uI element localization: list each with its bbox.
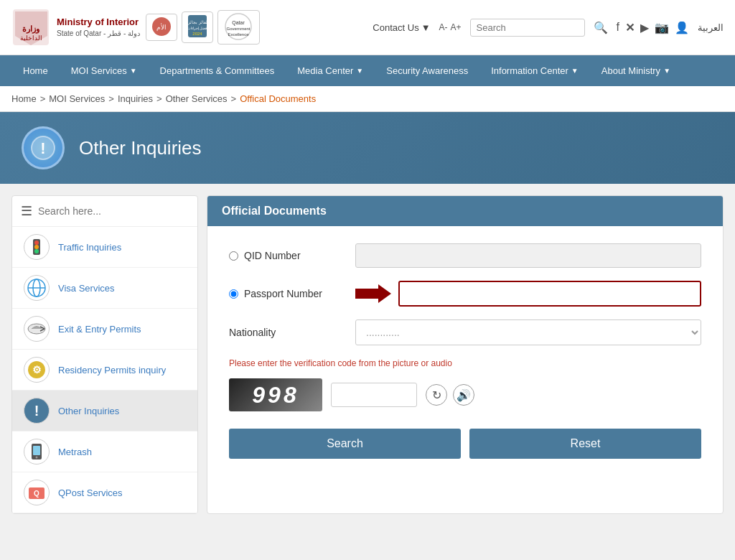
moi-emblem-icon: وزارة الداخلية: [11, 6, 51, 49]
svg-text:⚙: ⚙: [32, 364, 42, 375]
breadcrumb-moi-services[interactable]: MOI Services: [49, 93, 105, 104]
font-increase-button[interactable]: A+: [451, 22, 462, 32]
captcha-refresh-button[interactable]: ↻: [426, 384, 447, 406]
contact-button[interactable]: Contact Us ▼: [373, 22, 430, 33]
residency-icon: ⚙: [24, 357, 50, 383]
captcha-input[interactable]: [331, 383, 417, 407]
svg-marker-35: [355, 284, 391, 303]
nav-departments[interactable]: Departments & Committees: [149, 55, 286, 86]
captcha-row: 998 ↻ 🔊: [229, 378, 701, 411]
nav-about[interactable]: About Ministry ▼: [590, 55, 682, 86]
breadcrumb-other-services[interactable]: Other Services: [166, 93, 228, 104]
svg-rect-31: [33, 446, 40, 455]
youtube-icon[interactable]: ▶: [640, 21, 649, 34]
svg-point-17: [34, 241, 39, 245]
badge-3: Qatar Government Excellence: [217, 10, 260, 45]
arabic-language-button[interactable]: العربية: [698, 22, 724, 33]
social-icons: f ✕ ▶ 📷 👤: [617, 21, 689, 34]
qid-radio[interactable]: [229, 251, 238, 261]
svg-text:Qatar: Qatar: [232, 20, 245, 26]
passport-row: Passport Number: [229, 281, 701, 307]
svg-text:وزارة: وزارة: [22, 24, 39, 34]
svg-text:!: !: [40, 139, 45, 157]
nationality-select[interactable]: ............: [355, 319, 701, 345]
action-buttons: Search Reset: [229, 429, 701, 459]
twitter-icon[interactable]: ✕: [625, 21, 635, 34]
breadcrumb-home[interactable]: Home: [11, 93, 37, 104]
traffic-icon: [24, 234, 50, 260]
nav-moi-services[interactable]: MOI Services ▼: [60, 55, 149, 86]
visa-icon: [24, 275, 50, 301]
sidebar-item-qpost-services[interactable]: Q QPost Services: [12, 472, 197, 513]
sidebar-search-area: ☰: [12, 196, 197, 227]
form-header: Official Documents: [207, 196, 723, 226]
sidebar-item-exit-entry-permits[interactable]: Exit & Entry Permits: [12, 309, 197, 350]
sidebar-item-traffic-inquiries[interactable]: Traffic Inquiries: [12, 227, 197, 268]
ministry-text: Ministry of Interior State of Qatar - دو…: [57, 17, 140, 38]
other-inquiries-icon: !: [24, 398, 50, 424]
nationality-row: Nationality ............: [229, 319, 701, 345]
reset-button[interactable]: Reset: [469, 429, 701, 459]
form-body: QID Number Passport Number: [207, 226, 723, 476]
search-input[interactable]: [470, 19, 585, 37]
qid-input[interactable]: [355, 243, 701, 268]
qid-label: QID Number: [229, 250, 344, 261]
facebook-icon[interactable]: f: [617, 21, 619, 34]
nationality-label: Nationality: [229, 327, 344, 338]
svg-text:2024: 2024: [192, 32, 202, 36]
badge-2: الفائز بجائزة أفضل إجراءات 2024: [182, 11, 213, 43]
logo-badges: الأم الفائز بجائزة أفضل إجراءات 2024 Qat…: [146, 10, 260, 45]
nav-home[interactable]: Home: [11, 55, 60, 86]
page-banner: ! Other Inquiries: [0, 112, 735, 184]
menu-icon[interactable]: ☰: [21, 203, 32, 219]
captcha-image: 998: [229, 378, 322, 411]
qid-row: QID Number: [229, 243, 701, 268]
right-arrow-icon: [355, 283, 391, 304]
nav-media-arrow-icon: ▼: [356, 67, 363, 75]
dropdown-arrow-icon: ▼: [421, 22, 431, 33]
instagram-icon[interactable]: 📷: [655, 21, 669, 34]
nav-info-arrow-icon: ▼: [571, 67, 579, 75]
logo-area: وزارة الداخلية Ministry of Interior Stat…: [11, 6, 260, 49]
banner-icon: !: [22, 126, 65, 169]
form-panel: Official Documents QID Number Passport N…: [207, 195, 724, 514]
passport-arrow-indicator: [355, 283, 391, 304]
header-right: Contact Us ▼ A- A+ 🔍 f ✕ ▶ 📷 👤 العربية: [373, 19, 724, 37]
sidebar-item-metrash[interactable]: Metrash: [12, 431, 197, 472]
passport-radio[interactable]: [229, 289, 238, 299]
sidebar-item-residency-permits[interactable]: ⚙ Residency Permits inquiry: [12, 350, 197, 391]
top-header: وزارة الداخلية Ministry of Interior Stat…: [0, 0, 735, 55]
svg-text:الداخلية: الداخلية: [20, 34, 42, 42]
badge-1: الأم: [146, 14, 177, 42]
font-controls: A- A+: [439, 22, 462, 32]
svg-text:Q: Q: [34, 490, 39, 498]
breadcrumb-inquiries[interactable]: Inquiries: [118, 93, 153, 104]
svg-text:أفضل إجراءات: أفضل إجراءات: [187, 25, 208, 31]
profile-icon[interactable]: 👤: [675, 21, 689, 34]
nav-security[interactable]: Security Awareness: [375, 55, 479, 86]
font-decrease-button[interactable]: A-: [439, 22, 448, 32]
search-icon[interactable]: 🔍: [594, 21, 608, 34]
captcha-controls: ↻ 🔊: [426, 384, 474, 406]
passport-input[interactable]: [398, 281, 701, 307]
qpost-icon: Q: [24, 480, 50, 505]
svg-point-18: [34, 245, 39, 249]
nav-information-center[interactable]: Information Center ▼: [479, 55, 590, 86]
nav-media-center[interactable]: Media Center ▼: [286, 55, 375, 86]
sidebar: ☰ Traffic Inquiries: [11, 195, 198, 514]
main-navigation: Home MOI Services ▼ Departments & Commit…: [0, 55, 735, 86]
main-content: ☰ Traffic Inquiries: [0, 184, 735, 526]
search-button[interactable]: Search: [229, 429, 461, 459]
captcha-audio-button[interactable]: 🔊: [453, 384, 474, 406]
svg-point-19: [34, 249, 39, 253]
svg-text:الأم: الأم: [156, 23, 167, 32]
sidebar-search-input[interactable]: [38, 205, 189, 217]
exclamation-icon: !: [30, 135, 56, 161]
sidebar-item-other-inquiries[interactable]: ! Other Inquiries: [12, 391, 197, 431]
svg-text:الفائز بجائزة: الفائز بجائزة: [187, 20, 208, 25]
nav-about-arrow-icon: ▼: [663, 67, 670, 75]
exit-icon: [24, 316, 50, 342]
passport-label: Passport Number: [229, 288, 344, 299]
sidebar-item-visa-services[interactable]: Visa Services: [12, 268, 197, 309]
breadcrumb-current: Offical Documents: [240, 93, 316, 104]
